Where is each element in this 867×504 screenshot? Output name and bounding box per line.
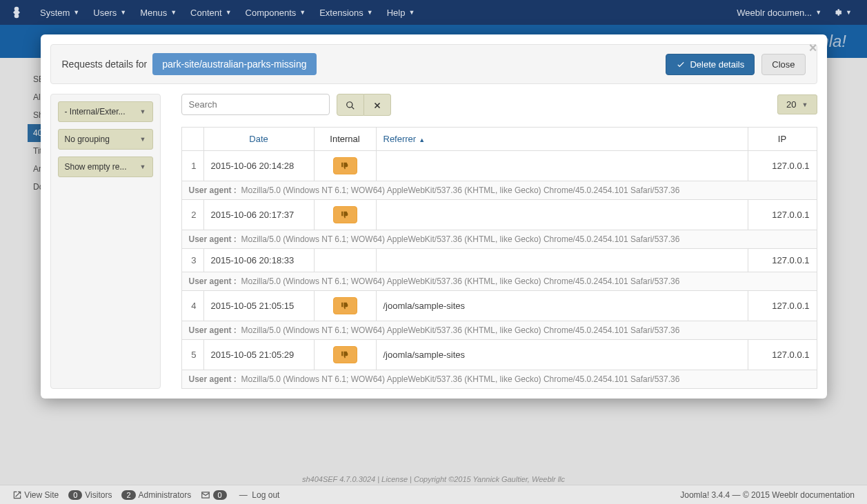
col-date[interactable]: Date <box>203 127 314 150</box>
filter-grouping[interactable]: No grouping ▼ <box>58 129 153 150</box>
thumbs-down-button[interactable] <box>333 297 357 314</box>
row-index: 5 <box>181 339 203 370</box>
table-row: 42015-10-05 21:05:15/joomla/sample-sites… <box>181 290 817 321</box>
row-referrer: /joomla/sample-sites <box>376 339 748 370</box>
top-navbar: System▼Users▼Menus▼Content▼Components▼Ex… <box>0 0 867 25</box>
user-agent-row: User agent : Mozilla/5.0 (Windows NT 6.1… <box>181 181 817 199</box>
view-site-link[interactable]: View Site <box>12 490 59 500</box>
ua-value: Mozilla/5.0 (Windows NT 6.1; WOW64) Appl… <box>241 185 680 195</box>
row-internal <box>314 290 376 321</box>
row-internal <box>314 150 376 181</box>
filter-internal-external[interactable]: - Internal/Exter... ▼ <box>58 101 153 122</box>
nav-item-components[interactable]: Components▼ <box>239 0 313 25</box>
row-date: 2015-10-05 21:05:15 <box>203 290 314 321</box>
filter-label: - Internal/Exter... <box>65 107 126 117</box>
row-index: 1 <box>181 150 203 181</box>
ua-value: Mozilla/5.0 (Windows NT 6.1; WOW64) Appl… <box>241 325 680 335</box>
admins-count[interactable]: 2Administrators <box>121 490 191 500</box>
nav-item-label: Components <box>246 8 297 18</box>
col-internal[interactable]: Internal <box>314 127 376 150</box>
search-button-group <box>337 94 391 116</box>
visitors-count[interactable]: 0Visitors <box>68 490 112 500</box>
caret-icon: ▼ <box>815 9 821 16</box>
chevron-down-icon: ▼ <box>140 163 146 170</box>
page-size-select[interactable]: 20 ▼ <box>777 94 817 114</box>
modal-dialog: × Requests details for park-site/austral… <box>41 34 827 399</box>
row-ip: 127.0.0.1 <box>748 290 817 321</box>
row-date: 2015-10-06 20:17:37 <box>203 199 314 230</box>
delete-details-label: Delete details <box>690 59 744 70</box>
user-agent-row: User agent : Mozilla/5.0 (Windows NT 6.1… <box>181 230 817 248</box>
caret-icon: ▼ <box>120 9 126 16</box>
nav-item-label: Extensions <box>319 8 363 18</box>
filter-label: Show empty re... <box>65 162 127 172</box>
caret-icon: ▼ <box>408 9 415 16</box>
thumbs-down-button[interactable] <box>333 157 357 174</box>
ua-value: Mozilla/5.0 (Windows NT 6.1; WOW64) Appl… <box>241 234 680 244</box>
row-index: 3 <box>181 248 203 272</box>
col-referrer[interactable]: Referrer▲ <box>376 127 748 150</box>
requests-table: Date Internal Referrer▲ IP 12015-10-06 2… <box>181 127 817 389</box>
nav-item-help[interactable]: Help▼ <box>380 0 422 25</box>
nav-item-system[interactable]: System▼ <box>33 0 86 25</box>
thumbs-down-button[interactable] <box>333 346 357 363</box>
row-referrer <box>376 150 748 181</box>
messages-link[interactable]: 0 <box>201 490 229 500</box>
external-icon <box>12 490 22 500</box>
envelope-icon <box>201 490 210 500</box>
search-input[interactable] <box>181 94 330 115</box>
logout-label: Log out <box>252 490 279 500</box>
nav-item-label: Menus <box>140 8 167 18</box>
nav-item-menus[interactable]: Menus▼ <box>133 0 183 25</box>
row-ip: 127.0.0.1 <box>748 248 817 272</box>
search-button[interactable] <box>337 94 364 116</box>
search-icon <box>346 101 355 110</box>
caret-icon: ▼ <box>170 9 177 16</box>
main-pane: 20 ▼ Date Internal Referrer▲ IP <box>181 94 817 389</box>
logout-link[interactable]: — Log out <box>239 490 280 500</box>
joomla-logo-icon[interactable] <box>10 6 23 19</box>
status-bar: View Site 0Visitors 2Administrators 0 — … <box>0 485 867 504</box>
gear-menu[interactable]: ▼ <box>827 0 857 25</box>
filter-sidebar: - Internal/Exter... ▼ No grouping ▼ Show… <box>50 94 161 389</box>
row-internal <box>314 248 376 272</box>
clear-search-button[interactable] <box>364 94 391 116</box>
user-agent-row: User agent : Mozilla/5.0 (Windows NT 6.1… <box>181 370 817 388</box>
badge: 0 <box>213 490 227 500</box>
col-ip[interactable]: IP <box>748 127 817 150</box>
nav-item-users[interactable]: Users▼ <box>86 0 133 25</box>
badge: 0 <box>68 490 82 500</box>
ua-label: User agent : <box>189 185 237 195</box>
gear-icon <box>833 8 842 17</box>
row-date: 2015-10-05 21:05:29 <box>203 339 314 370</box>
row-ip: 127.0.0.1 <box>748 150 817 181</box>
thumbs-down-button[interactable] <box>333 206 357 223</box>
col-referrer-label: Referrer <box>383 134 417 144</box>
caret-icon: ▼ <box>367 9 373 16</box>
user-agent-row: User agent : Mozilla/5.0 (Windows NT 6.1… <box>181 272 817 290</box>
nav-item-label: Users <box>93 8 117 18</box>
user-agent-row: User agent : Mozilla/5.0 (Windows NT 6.1… <box>181 321 817 339</box>
ua-value: Mozilla/5.0 (Windows NT 6.1; WOW64) Appl… <box>241 374 680 384</box>
view-site-label: View Site <box>24 490 59 500</box>
filter-show-empty[interactable]: Show empty re... ▼ <box>58 157 153 177</box>
nav-item-extensions[interactable]: Extensions▼ <box>312 0 380 25</box>
nav-site-link[interactable]: Weeblr documen...▼ <box>731 0 827 25</box>
row-internal <box>314 199 376 230</box>
row-referrer: /joomla/sample-sites <box>376 290 748 321</box>
nav-item-label: Help <box>387 8 406 18</box>
close-button[interactable]: Close <box>761 54 805 75</box>
table-row: 32015-10-06 20:18:33127.0.0.1 <box>181 248 817 272</box>
chevron-down-icon: ▼ <box>802 101 808 108</box>
admins-label: Administrators <box>139 490 192 500</box>
nav-item-content[interactable]: Content▼ <box>183 0 238 25</box>
modal-overlay: × Requests details for park-site/austral… <box>0 25 867 485</box>
nav-site-label: Weeblr documen... <box>737 8 812 18</box>
joomla-version: Joomla! 3.4.4 — © 2015 Weeblr documentat… <box>680 490 855 500</box>
row-index: 2 <box>181 199 203 230</box>
close-icon[interactable]: × <box>809 40 817 56</box>
close-icon <box>372 101 382 110</box>
caret-icon: ▼ <box>846 9 852 16</box>
row-ip: 127.0.0.1 <box>748 199 817 230</box>
delete-details-button[interactable]: Delete details <box>666 54 755 75</box>
